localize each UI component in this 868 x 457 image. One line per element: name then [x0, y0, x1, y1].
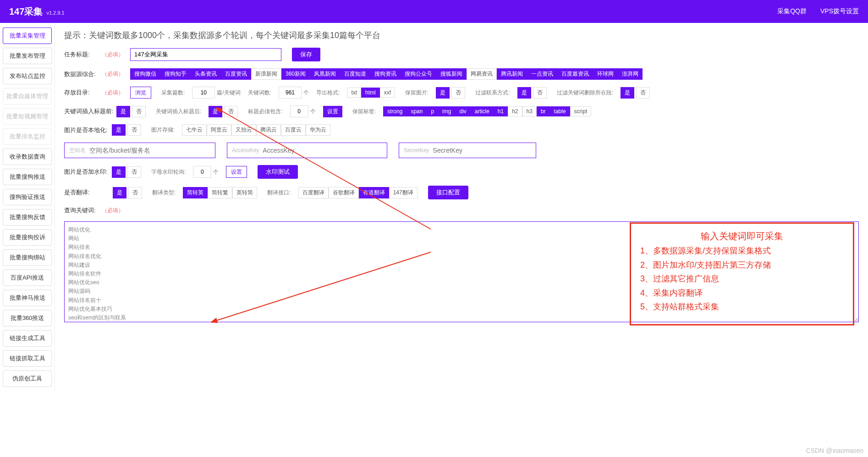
sidebar-item-13[interactable]: 批量神马推送 — [3, 290, 52, 306]
keep-tag-11[interactable]: script — [570, 106, 592, 116]
source-tag-13[interactable]: 一点资讯 — [527, 68, 557, 80]
source-tag-3[interactable]: 百度资讯 — [221, 68, 251, 80]
store-tag-5[interactable]: 华为云 — [306, 124, 330, 136]
source-tag-8[interactable]: 搜狗资讯 — [370, 68, 401, 80]
source-tag-15[interactable]: 环球网 — [593, 68, 618, 80]
fmt-tag-2[interactable]: xxf — [380, 88, 395, 98]
trans-no[interactable]: 否 — [128, 187, 142, 198]
local-yes[interactable]: 是 — [112, 124, 126, 136]
sidebar-item-8[interactable]: 搜狗验证推送 — [3, 189, 52, 205]
wm-no[interactable]: 否 — [127, 166, 141, 178]
trans-yes[interactable]: 是 — [113, 187, 126, 198]
ttype-tag-0[interactable]: 简转英 — [183, 187, 208, 198]
sidebar-item-9[interactable]: 批量搜狗反馈 — [3, 209, 52, 226]
keep-tag-10[interactable]: table — [550, 106, 570, 116]
keep-tag-1[interactable]: span — [407, 106, 427, 116]
keep-tag-6[interactable]: h1 — [494, 106, 508, 116]
ak-field[interactable]: AccessKey — [227, 143, 387, 158]
keep-tag-5[interactable]: article — [471, 106, 494, 116]
tapi-tag-2[interactable]: 有道翻译 — [359, 187, 389, 198]
task-title-input[interactable] — [130, 48, 281, 61]
source-tag-6[interactable]: 凤凰新闻 — [310, 68, 340, 80]
sidebar-item-6[interactable]: 收录数据查询 — [3, 149, 52, 165]
space-input[interactable] — [89, 147, 210, 154]
filter-yes[interactable]: 是 — [517, 87, 531, 99]
tapi-tag-0[interactable]: 百度翻译 — [298, 187, 329, 198]
sidebar-item-7[interactable]: 批量搜狗推送 — [3, 169, 52, 185]
sk-field[interactable]: SecretKey — [399, 143, 536, 158]
store-tag-1[interactable]: 阿里云 — [207, 124, 231, 136]
ak-input[interactable] — [263, 147, 382, 154]
keepimg-no[interactable]: 否 — [451, 87, 465, 99]
source-tag-10[interactable]: 搜狐新闻 — [436, 68, 467, 80]
link-qq[interactable]: 采集QQ群 — [777, 7, 807, 16]
after-yes[interactable]: 是 — [209, 106, 222, 117]
store-tag-0[interactable]: 七牛云 — [182, 124, 207, 136]
source-tag-14[interactable]: 百度最资讯 — [557, 68, 593, 80]
store-tag-3[interactable]: 腾讯云 — [256, 124, 281, 136]
filter2-no[interactable]: 否 — [636, 87, 650, 99]
browse-button[interactable]: 浏览 — [130, 87, 151, 99]
tapi-tag-3[interactable]: 147翻译 — [389, 187, 418, 198]
sidebar-item-15[interactable]: 链接生成工具 — [3, 330, 52, 347]
source-tag-11[interactable]: 网易资讯 — [467, 68, 497, 80]
keep-tag-9[interactable]: br — [537, 106, 550, 116]
after-no[interactable]: 否 — [224, 106, 238, 117]
keep-tag-0[interactable]: strong — [383, 106, 407, 116]
sidebar-item-1[interactable]: 批量发布管理 — [3, 48, 52, 64]
keep-tag-7[interactable]: h2 — [508, 106, 522, 116]
before-no[interactable]: 否 — [132, 106, 146, 117]
sk-input[interactable] — [433, 147, 531, 154]
source-tag-4[interactable]: 新浪新闻 — [251, 68, 281, 80]
kw-count-input[interactable] — [279, 87, 302, 99]
source-tag-1[interactable]: 搜狗知乎 — [160, 68, 191, 80]
source-tag-7[interactable]: 百度知道 — [340, 68, 370, 80]
wm-set-button[interactable]: 设置 — [226, 166, 247, 178]
space-field[interactable]: 空间名 — [64, 143, 215, 158]
keywords-textarea[interactable] — [64, 221, 859, 322]
source-tag-9[interactable]: 搜狗公众号 — [401, 68, 436, 80]
sidebar-item-10[interactable]: 批量搜狗投诉 — [3, 229, 52, 246]
count-input[interactable] — [192, 87, 215, 99]
sidebar-item-4[interactable]: 批量短视频管理 — [3, 108, 52, 125]
sidebar-item-5[interactable]: 批量排名监控 — [3, 128, 52, 145]
keep-tag-2[interactable]: p — [427, 106, 438, 116]
sidebar-item-17[interactable]: 伪原创工具 — [3, 370, 52, 387]
keep-tag-4[interactable]: div — [455, 106, 470, 116]
keep-tag-8[interactable]: h3 — [522, 106, 537, 116]
sidebar-item-11[interactable]: 批量搜狗绑站 — [3, 249, 52, 266]
sidebar-item-0[interactable]: 批量采集管理 — [3, 28, 52, 44]
source-tag-0[interactable]: 搜狗微信 — [130, 68, 160, 80]
link-vps[interactable]: VPS拨号设置 — [820, 7, 859, 16]
keep-tag-3[interactable]: img — [438, 106, 455, 116]
wm-yes[interactable]: 是 — [112, 166, 126, 178]
contain-set[interactable]: 设置 — [323, 106, 342, 117]
filter2-yes[interactable]: 是 — [621, 87, 634, 99]
sidebar-item-2[interactable]: 发布站点监控 — [3, 68, 52, 84]
fmt-tag-0[interactable]: txt — [347, 88, 361, 98]
store-tag-2[interactable]: 又拍云 — [231, 124, 256, 136]
ttype-tag-2[interactable]: 英转简 — [232, 187, 257, 198]
sidebar-item-3[interactable]: 批量自媒体管理 — [3, 88, 52, 105]
source-tag-12[interactable]: 腾讯新闻 — [497, 68, 527, 80]
api-config-button[interactable]: 接口配置 — [428, 186, 468, 199]
tapi-tag-1[interactable]: 谷歌翻译 — [329, 187, 359, 198]
keepimg-yes[interactable]: 是 — [436, 87, 450, 99]
fmt-tag-1[interactable]: html — [361, 88, 380, 98]
sidebar-item-16[interactable]: 链接抓取工具 — [3, 350, 52, 367]
contain-input[interactable] — [290, 105, 308, 117]
before-yes[interactable]: 是 — [116, 106, 130, 117]
source-tag-16[interactable]: 澎湃网 — [618, 68, 643, 80]
wm-test-button[interactable]: 水印测试 — [258, 165, 298, 179]
source-tag-5[interactable]: 360新闻 — [281, 68, 310, 80]
store-tag-4[interactable]: 百度云 — [281, 124, 306, 136]
sidebar-item-12[interactable]: 百度API推送 — [3, 270, 52, 286]
save-button[interactable]: 保存 — [292, 48, 320, 61]
sk-ph: SecretKey — [404, 147, 429, 154]
rot-input[interactable] — [193, 166, 211, 178]
sidebar-item-14[interactable]: 批量360推送 — [3, 310, 52, 326]
filter-no[interactable]: 否 — [533, 87, 547, 99]
source-tag-2[interactable]: 头条资讯 — [191, 68, 221, 80]
local-no[interactable]: 否 — [127, 124, 141, 136]
ttype-tag-1[interactable]: 简转繁 — [208, 187, 232, 198]
